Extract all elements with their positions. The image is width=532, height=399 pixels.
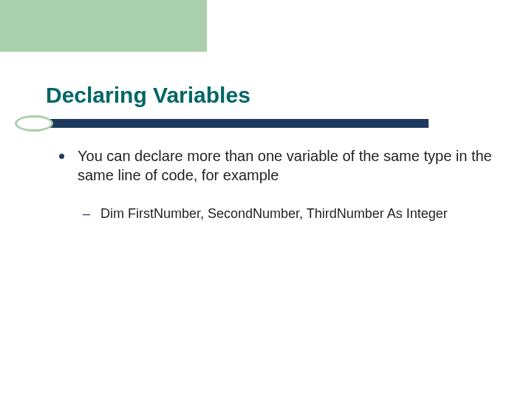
bullet-level-2: – Dim FirstNumber, SecondNumber, ThirdNu… xyxy=(83,205,497,222)
divider-bar xyxy=(38,119,429,128)
slide-title: Declaring Variables xyxy=(46,83,250,108)
corner-accent xyxy=(0,0,207,52)
bullet-dash-icon: – xyxy=(83,205,90,222)
bullet-2-text: Dim FirstNumber, SecondNumber, ThirdNumb… xyxy=(100,205,448,222)
title-divider xyxy=(15,114,429,133)
divider-oval xyxy=(15,115,53,132)
bullet-level-1: You can declare more than one variable o… xyxy=(59,146,495,185)
bullet-1-text: You can declare more than one variable o… xyxy=(78,146,495,185)
bullet-dot-icon xyxy=(59,154,64,159)
